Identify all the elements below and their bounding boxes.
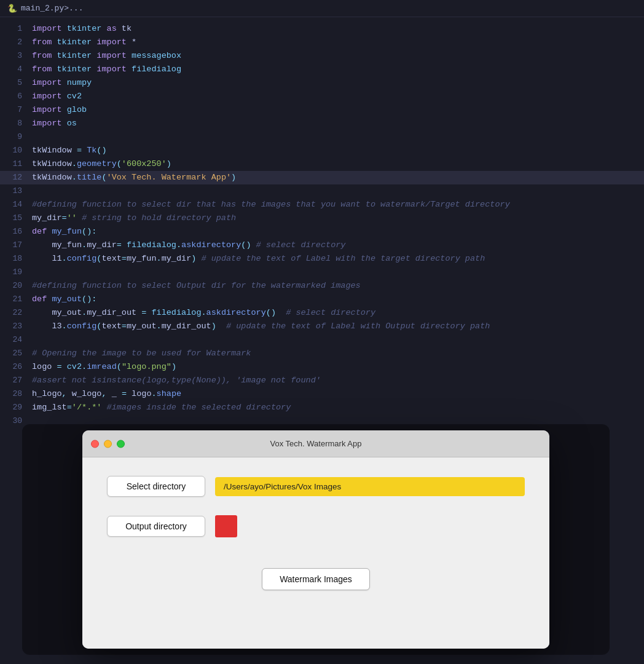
line-number: 7 xyxy=(0,103,32,117)
line-number: 11 xyxy=(0,157,32,171)
line-content: from tkinter import * xyxy=(32,36,136,49)
code-area: 1import tkinter as tk2from tkinter impor… xyxy=(0,17,644,433)
line-content: # Opening the image to be used for Water… xyxy=(32,347,251,360)
traffic-lights xyxy=(91,440,125,448)
code-line-17: 17 my_fun.my_dir= filedialog.askdirector… xyxy=(0,239,644,252)
breadcrumb-filename: main_2.py xyxy=(21,4,64,13)
line-number: 2 xyxy=(0,36,32,49)
modal-title: Vox Tech. Watermark App xyxy=(270,439,362,448)
line-content: from tkinter import filedialog xyxy=(32,63,181,76)
code-line-1: 1import tkinter as tk xyxy=(0,22,644,36)
output-directory-button[interactable]: Output directory xyxy=(107,516,205,537)
line-content: h_logo, w_logo, _ = logo.shape xyxy=(32,387,181,401)
select-directory-button[interactable]: Select directory xyxy=(107,476,205,497)
line-content: #defining function to select Output dir … xyxy=(32,279,361,293)
close-button[interactable] xyxy=(91,440,99,448)
line-content: tkWindow.geometry('600x250') xyxy=(32,157,171,171)
code-line-6: 6import cv2 xyxy=(0,90,644,103)
line-number: 6 xyxy=(0,90,32,103)
breadcrumb-rest: ... xyxy=(69,4,83,13)
breadcrumb: 🐍 main_2.py > ... xyxy=(0,0,644,17)
line-number: 20 xyxy=(0,279,32,293)
line-number: 22 xyxy=(0,306,32,320)
line-number: 19 xyxy=(0,266,32,279)
line-content: l3.config(text=my_out.my_dir_out) # upda… xyxy=(32,320,490,333)
line-number: 18 xyxy=(0,252,32,266)
dir-path-label: /Users/ayo/Pictures/Vox Images xyxy=(215,477,525,496)
modal-titlebar: Vox Tech. Watermark App xyxy=(82,430,549,457)
line-content: def my_fun(): xyxy=(32,225,96,239)
code-line-5: 5import numpy xyxy=(0,76,644,90)
modal-body: Select directory /Users/ayo/Pictures/Vox… xyxy=(82,457,549,649)
code-line-25: 25# Opening the image to be used for Wat… xyxy=(0,347,644,360)
line-content: import numpy xyxy=(32,76,92,90)
line-content: my_dir='' # string to hold directory pat… xyxy=(32,211,236,225)
watermark-images-button[interactable]: Watermark Images xyxy=(262,568,370,590)
output-indicator xyxy=(215,515,237,537)
code-line-22: 22 my_out.my_dir_out = filedialog.askdir… xyxy=(0,306,644,320)
line-number: 3 xyxy=(0,49,32,63)
code-line-9: 9 xyxy=(0,130,644,144)
line-number: 25 xyxy=(0,347,32,360)
minimize-button[interactable] xyxy=(104,440,112,448)
line-number: 21 xyxy=(0,293,32,306)
code-line-14: 14#defining function to select dir that … xyxy=(0,198,644,211)
line-content: logo = cv2.imread("logo.png") xyxy=(32,360,176,374)
code-line-2: 2from tkinter import * xyxy=(0,36,644,49)
code-line-27: 27#assert not isinstance(logo,type(None)… xyxy=(0,374,644,387)
line-number: 4 xyxy=(0,63,32,76)
code-line-23: 23 l3.config(text=my_out.my_dir_out) # u… xyxy=(0,320,644,333)
select-dir-row: Select directory /Users/ayo/Pictures/Vox… xyxy=(107,476,525,497)
code-line-3: 3from tkinter import messagebox xyxy=(0,49,644,63)
line-content: my_out.my_dir_out = filedialog.askdirect… xyxy=(32,306,375,320)
watermark-row: Watermark Images xyxy=(107,568,525,590)
code-line-8: 8import os xyxy=(0,117,644,130)
line-content: #defining function to select dir that ha… xyxy=(32,198,510,211)
output-dir-row: Output directory xyxy=(107,515,525,537)
line-content xyxy=(32,266,37,279)
code-line-24: 24 xyxy=(0,333,644,347)
line-content: import tkinter as tk xyxy=(32,22,132,36)
line-content: tkWindow = Tk() xyxy=(32,144,107,157)
code-line-12: 12tkWindow.title('Vox Tech. Watermark Ap… xyxy=(0,171,644,184)
code-line-28: 28h_logo, w_logo, _ = logo.shape xyxy=(0,387,644,401)
line-content: import glob xyxy=(32,103,87,117)
line-number: 29 xyxy=(0,401,32,414)
line-number: 27 xyxy=(0,374,32,387)
breadcrumb-separator: > xyxy=(64,4,69,13)
maximize-button[interactable] xyxy=(117,440,125,448)
line-number: 12 xyxy=(0,171,32,184)
line-number: 26 xyxy=(0,360,32,374)
line-number: 10 xyxy=(0,144,32,157)
line-content: img_lst='/*.*' #images inside the select… xyxy=(32,401,291,414)
code-line-18: 18 l1.config(text=my_fun.my_dir) # updat… xyxy=(0,252,644,266)
code-line-16: 16def my_fun(): xyxy=(0,225,644,239)
line-number: 14 xyxy=(0,198,32,211)
code-line-13: 13 xyxy=(0,184,644,198)
code-line-20: 20#defining function to select Output di… xyxy=(0,279,644,293)
code-line-19: 19 xyxy=(0,266,644,279)
line-number: 17 xyxy=(0,239,32,252)
code-line-11: 11tkWindow.geometry('600x250') xyxy=(0,157,644,171)
line-content xyxy=(32,184,37,198)
code-line-26: 26logo = cv2.imread("logo.png") xyxy=(0,360,644,374)
line-number: 9 xyxy=(0,130,32,144)
file-icon: 🐍 xyxy=(7,4,17,14)
code-line-15: 15my_dir='' # string to hold directory p… xyxy=(0,211,644,225)
line-number: 13 xyxy=(0,184,32,198)
line-content xyxy=(32,333,37,347)
line-content: def my_out(): xyxy=(32,293,96,306)
line-number: 1 xyxy=(0,22,32,36)
line-number: 8 xyxy=(0,117,32,130)
line-content: l1.config(text=my_fun.my_dir) # update t… xyxy=(32,252,485,266)
code-line-7: 7import glob xyxy=(0,103,644,117)
code-line-29: 29img_lst='/*.*' #images inside the sele… xyxy=(0,401,644,414)
modal-overlay: Vox Tech. Watermark App Select directory… xyxy=(22,424,610,655)
line-content: import os xyxy=(32,117,77,130)
modal-window: Vox Tech. Watermark App Select directory… xyxy=(82,430,549,649)
code-line-4: 4from tkinter import filedialog xyxy=(0,63,644,76)
code-line-10: 10tkWindow = Tk() xyxy=(0,144,644,157)
line-number: 5 xyxy=(0,76,32,90)
line-content: #assert not isinstance(logo,type(None)),… xyxy=(32,374,321,387)
line-content: import cv2 xyxy=(32,90,82,103)
